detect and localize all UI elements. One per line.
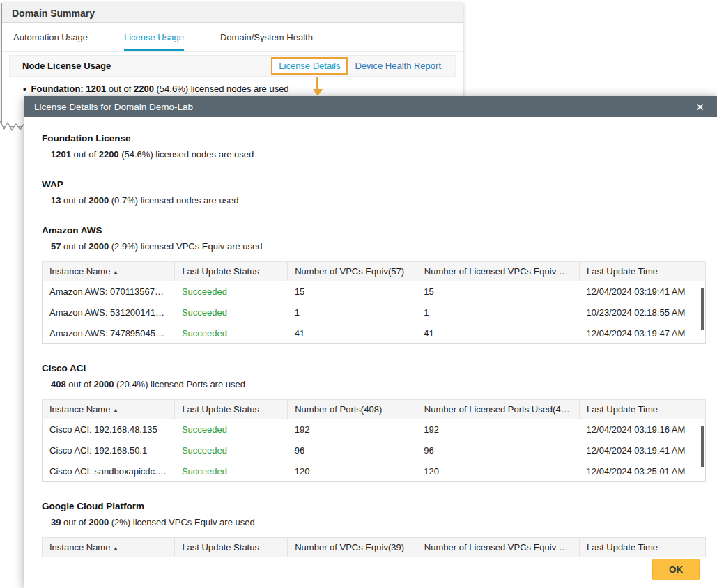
table-cell: 12/04/2024 03:19:47 AM (580, 323, 706, 344)
table-cell: 12/04/2024 03:19:41 AM (580, 281, 706, 302)
table-row: Amazon AWS: 531200141477Succeeded1110/23… (43, 302, 706, 323)
device-health-report-link[interactable]: Device Health Report (355, 61, 441, 71)
status-cell: Succeeded (175, 440, 288, 461)
usage-total-value: 2000 (93, 379, 114, 389)
panel-links: License Details Device Health Report (271, 57, 451, 75)
usage-used-value: 13 (51, 195, 61, 206)
column-header[interactable]: Number of Licensed VPCs Equiv Used(3... (417, 538, 579, 557)
license-table: Instance Name▲Last Update StatusNumber o… (42, 261, 706, 344)
table-cell: Amazon AWS: 070113567925 (43, 281, 175, 302)
column-header[interactable]: Number of Licensed Ports Used(408) (417, 400, 579, 419)
table-cell: 96 (417, 440, 579, 461)
table-cell: 41 (417, 323, 579, 344)
column-header[interactable]: Last Update Time (580, 400, 706, 419)
column-header[interactable]: Last Update Status (175, 262, 288, 281)
usage-line: 13 out of 2000 (0.7%) licensed nodes are… (51, 195, 706, 206)
license-section: Foundation License1201 out of 2200 (54.6… (42, 134, 706, 160)
table-cell: Amazon AWS: 747895045325 (43, 323, 175, 344)
window-title: Domain Summary (12, 8, 95, 19)
table-row: Amazon AWS: 747895045325Succeeded414112/… (43, 323, 706, 344)
license-table-wrap: Instance Name▲Last Update StatusNumber o… (42, 399, 706, 482)
table-cell: 12/04/2024 03:25:01 AM (580, 461, 706, 482)
usage-used-value: 408 (51, 379, 66, 389)
sort-asc-icon: ▲ (112, 269, 118, 276)
table-cell: 15 (288, 281, 417, 302)
license-section: Amazon AWS57 out of 2000 (2.9%) licensed… (42, 226, 706, 344)
column-header[interactable]: Last Update Time (580, 538, 706, 557)
section-heading: WAP (42, 180, 706, 189)
table-cell: 10/23/2024 02:18:55 AM (580, 302, 706, 323)
license-section: Cisco ACI408 out of 2000 (20.4%) license… (42, 364, 706, 482)
sort-asc-icon: ▲ (112, 407, 118, 414)
modal-body: Foundation License1201 out of 2200 (54.6… (24, 117, 717, 567)
license-section: WAP13 out of 2000 (0.7%) licensed nodes … (42, 180, 706, 206)
usage-used-value: 57 (51, 241, 61, 252)
ok-button[interactable]: OK (652, 559, 700, 580)
column-header[interactable]: Instance Name▲ (43, 538, 175, 557)
usage-used-value: 39 (51, 517, 61, 527)
node-license-usage-header: Node License Usage License Details Devic… (9, 55, 456, 77)
license-table-wrap: Instance Name▲Last Update StatusNumber o… (42, 261, 706, 344)
annotation-arrow-line (316, 77, 318, 89)
tab-license-usage[interactable]: License Usage (124, 32, 184, 51)
bullet-label: Foundation: (31, 84, 84, 94)
tab-bar: Automation Usage License Usage Domain/Sy… (2, 32, 463, 52)
section-heading: Google Cloud Platform (42, 502, 706, 511)
usage-used-value: 1201 (51, 149, 71, 160)
usage-total-value: 2000 (88, 517, 109, 527)
table-scrollbar-thumb[interactable] (701, 288, 704, 330)
column-header[interactable]: Instance Name▲ (43, 400, 175, 419)
license-table-wrap: Instance Name▲Last Update StatusNumber o… (42, 537, 706, 557)
section-heading: Amazon AWS (42, 226, 706, 235)
bullet-dot-icon (23, 84, 31, 94)
modal-header: License Details for Domain Demo-Lab ✕ (24, 96, 717, 117)
panel-title: Node License Usage (22, 61, 111, 71)
table-cell: Amazon AWS: 531200141477 (43, 302, 175, 323)
column-header[interactable]: Last Update Time (580, 262, 706, 281)
bullet-used: 1201 (86, 84, 106, 94)
bullet-total: 2200 (134, 84, 154, 94)
status-cell: Succeeded (175, 419, 288, 440)
usage-line: 1201 out of 2200 (54.6%) licensed nodes … (51, 149, 706, 160)
status-cell: Succeeded (175, 302, 288, 323)
window-titlebar[interactable]: Domain Summary (2, 3, 463, 23)
bullet-rest: (54.6%) licensed nodes are used (157, 84, 289, 94)
status-cell: Succeeded (175, 461, 288, 482)
usage-total-value: 2000 (88, 195, 109, 206)
table-cell: 12/04/2024 03:19:41 AM (580, 440, 706, 461)
column-header[interactable]: Instance Name▲ (43, 262, 175, 281)
table-cell: 96 (288, 440, 417, 461)
section-heading: Cisco ACI (42, 364, 706, 373)
table-cell: 1 (417, 302, 579, 323)
column-header[interactable]: Last Update Status (175, 400, 288, 419)
close-icon[interactable]: ✕ (693, 100, 707, 114)
table-cell: 192 (288, 419, 417, 440)
annotation-arrow-head-icon (313, 89, 323, 96)
table-cell: 120 (417, 461, 579, 482)
table-cell: 120 (288, 461, 417, 482)
usage-line: 39 out of 2000 (2%) licensed VPCs Equiv … (51, 517, 706, 528)
modal-title: License Details for Domain Demo-Lab (34, 102, 193, 112)
license-table: Instance Name▲Last Update StatusNumber o… (42, 537, 706, 557)
table-cell: 41 (288, 323, 417, 344)
table-header-row: Instance Name▲Last Update StatusNumber o… (43, 262, 706, 281)
column-header[interactable]: Last Update Status (175, 538, 288, 557)
status-cell: Succeeded (175, 323, 288, 344)
column-header[interactable]: Number of Ports(408) (288, 400, 417, 419)
tab-automation-usage[interactable]: Automation Usage (13, 32, 88, 51)
usage-line: 408 out of 2000 (20.4%) licensed Ports a… (51, 379, 706, 390)
column-header[interactable]: Number of VPCs Equiv(39) (288, 538, 417, 557)
bullet-mid: out of (109, 84, 132, 94)
license-details-link[interactable]: License Details (271, 57, 348, 75)
table-cell: 15 (417, 281, 579, 302)
tab-domain-system-health[interactable]: Domain/System Health (220, 32, 313, 51)
modal-sections: Foundation License1201 out of 2200 (54.6… (42, 134, 706, 557)
column-header[interactable]: Number of VPCs Equiv(57) (288, 262, 417, 281)
column-header[interactable]: Number of Licensed VPCs Equiv Used(5... (417, 262, 579, 281)
usage-total-value: 2200 (99, 149, 119, 160)
foundation-usage-bullet: Foundation: 1201 out of 2200 (54.6%) lic… (2, 77, 463, 94)
torn-edge-decoration (0, 120, 28, 137)
table-scrollbar-thumb[interactable] (701, 426, 704, 467)
license-table: Instance Name▲Last Update StatusNumber o… (42, 399, 706, 482)
table-row: Cisco ACI: sandboxapicdc.cisco.cSucceede… (43, 461, 706, 482)
